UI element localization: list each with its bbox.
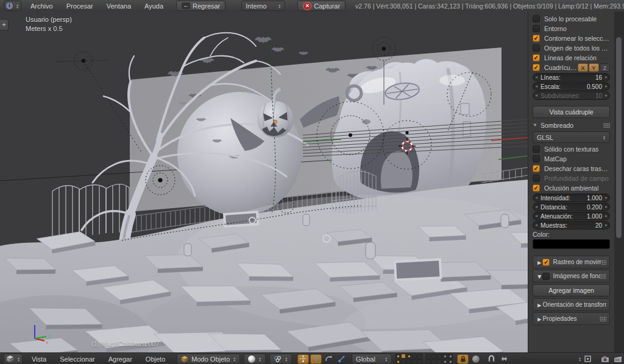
layer-cell-8[interactable] — [406, 359, 411, 364]
slider-left-arrow[interactable]: ◂ — [535, 74, 537, 80]
panel-grip-icon[interactable] — [603, 123, 610, 128]
panel-header-propiedades[interactable]: ►Propiedades — [533, 312, 610, 325]
layer-cell-1[interactable] — [395, 354, 400, 359]
slider-left-arrow[interactable]: ◂ — [535, 83, 537, 89]
axis-row-cuadricula-plano[interactable]: ✓Cuadrícula p...XYZ — [533, 63, 610, 72]
menu-seleccionar[interactable]: Seleccionar — [53, 355, 101, 363]
menu-vista[interactable]: Vista — [25, 355, 53, 363]
checkbox-contornear-lo-seleccionado[interactable]: ✓ — [533, 35, 540, 42]
slider-subdivisiones[interactable]: ◂Subdivisiones:10▸ — [533, 91, 610, 100]
layer-cell-18[interactable] — [437, 359, 442, 364]
render-still-button[interactable] — [599, 354, 611, 364]
panel-grip-icon[interactable] — [600, 274, 606, 279]
checkbox-row-origen-de-todos-los-objetos[interactable]: ✓Origen de todos los objetos — [533, 43, 610, 53]
menu-procesar[interactable]: Procesar — [60, 2, 100, 10]
checkbox-row-entorno[interactable]: ✓Entorno — [533, 24, 610, 33]
checkbox-row-solo-lo-procesable[interactable]: ✓Solo lo procesable — [533, 14, 610, 24]
layer-cell-10[interactable] — [417, 359, 422, 364]
upright-stone[interactable] — [501, 214, 509, 228]
layer-cell-13[interactable] — [437, 354, 442, 359]
menu-ayuda[interactable]: Ayuda — [138, 2, 170, 10]
slider-right-arrow[interactable]: ▸ — [605, 83, 608, 89]
checkbox-row-profundidad-de-campo[interactable]: ✓Profundidad de campo — [533, 173, 610, 183]
panel-scrollbar[interactable] — [614, 12, 624, 352]
slider-atenuacion[interactable]: ◂Atenuación:1.000▸ — [533, 212, 610, 220]
checkbox-row-contornear-lo-seleccionado[interactable]: ✓Contornear lo seleccionado — [533, 33, 610, 43]
layer-cell-15[interactable] — [448, 354, 453, 359]
checkbox-solo-lo-procesable[interactable]: ✓ — [533, 15, 540, 23]
slider-right-arrow[interactable]: ▸ — [605, 74, 608, 80]
menu-agregar[interactable]: Agregar — [102, 355, 139, 363]
slider-right-arrow[interactable]: ▸ — [605, 204, 608, 209]
layers-widget[interactable] — [395, 354, 453, 364]
checkbox-solido-con-texturas[interactable]: ✓ — [533, 145, 540, 153]
collapse-triangle-icon[interactable]: ► — [536, 259, 542, 266]
slider-lineas[interactable]: ◂Líneas:16▸ — [533, 73, 610, 82]
toolshelf-expand-tab[interactable]: + — [0, 19, 9, 30]
panel-header-sombreado[interactable]: ▼Sombreado — [533, 120, 610, 130]
snap-target-button[interactable] — [582, 354, 594, 364]
axis-button-z[interactable]: Z — [600, 63, 610, 72]
collapse-triangle-icon[interactable]: ► — [536, 315, 542, 323]
layer-cell-2[interactable] — [401, 354, 406, 359]
color-swatch[interactable] — [533, 239, 610, 249]
layer-cell-14[interactable] — [442, 354, 447, 359]
slider-left-arrow[interactable]: ◂ — [535, 222, 537, 228]
translate-manipulator-button[interactable] — [310, 354, 322, 364]
open-coffin[interactable] — [224, 212, 258, 226]
rotate-manipulator-button[interactable] — [323, 354, 335, 364]
checkbox-row-oclusion-ambiental[interactable]: ✓Oclusión ambiental — [533, 183, 610, 193]
open-coffin[interactable] — [395, 259, 441, 280]
layer-cell-3[interactable] — [406, 354, 411, 359]
render-animation-button[interactable] — [612, 354, 623, 364]
lock-to-scene-button[interactable] — [457, 354, 469, 364]
panel-grip-icon[interactable] — [600, 317, 606, 321]
layer-cell-17[interactable] — [431, 359, 436, 364]
snap-toggle-button[interactable] — [486, 354, 497, 364]
scrollbar-thumb[interactable] — [616, 37, 622, 238]
collapse-triangle-icon[interactable]: ▼ — [533, 122, 537, 128]
checkbox-origen-de-todos-los-objetos[interactable]: ✓ — [533, 44, 540, 52]
dropdown-glsl[interactable]: GLSL▲▼ — [533, 131, 610, 143]
slider-right-arrow[interactable]: ▸ — [605, 93, 608, 98]
checkbox-imagenes-de-fondo[interactable]: ✓ — [542, 273, 550, 280]
layer-cell-19[interactable] — [442, 359, 447, 364]
slider-left-arrow[interactable]: ◂ — [535, 195, 537, 200]
upright-stone[interactable] — [184, 243, 191, 256]
checkbox-oclusion-ambiental[interactable]: ✓ — [533, 184, 540, 192]
checkbox-lineas-de-relacion[interactable]: ✓ — [533, 54, 540, 61]
layer-cell-7[interactable] — [401, 359, 406, 364]
editor-type-selector[interactable]: ▲▼ — [4, 354, 23, 364]
checkbox-desechar-caras-traseras[interactable]: ✓ — [533, 165, 540, 172]
transform-orientation-dropdown[interactable]: Global ▲▼ — [352, 354, 392, 364]
checkbox-row-lineas-de-relacion[interactable]: ✓Líneas de relación — [533, 53, 610, 63]
upright-stone[interactable] — [303, 214, 310, 226]
axis-button-x[interactable]: X — [578, 63, 588, 72]
layer-cell-12[interactable] — [431, 354, 436, 359]
menu-objeto[interactable]: Objeto — [139, 355, 172, 363]
slider-left-arrow[interactable]: ◂ — [535, 93, 537, 98]
upright-stone[interactable] — [366, 242, 375, 259]
snap-element-button[interactable] — [498, 354, 510, 364]
checkbox-entorno[interactable]: ✓ — [533, 25, 540, 32]
checkbox-row-desechar-caras-traseras[interactable]: ✓Desechar caras traseras — [533, 164, 610, 173]
viewport-shading-dropdown[interactable]: ▲▼ — [244, 354, 266, 364]
layer-cell-20[interactable] — [448, 359, 453, 364]
slider-right-arrow[interactable]: ▸ — [605, 222, 608, 228]
panel-header-orientacion-de-transformaciones[interactable]: ►Orientación de transformaciones — [533, 298, 610, 311]
layer-cell-6[interactable] — [395, 359, 400, 364]
layer-cell-11[interactable] — [426, 354, 431, 359]
panel-grip-icon[interactable] — [601, 260, 606, 265]
slider-distancia[interactable]: ◂Distancia:0.200▸ — [533, 203, 610, 211]
layer-cell-4[interactable] — [412, 354, 417, 359]
capture-button[interactable]: ✕ Capturar — [297, 1, 346, 11]
panel-header-rastreo-de-movimiento[interactable]: ►✓Rastreo de movimiento — [533, 256, 610, 268]
checkbox-row-matcap[interactable]: ✓MatCap — [533, 154, 610, 164]
back-button[interactable]: ← Regresar — [176, 1, 225, 11]
editor-type-selector[interactable]: i ▲▼ — [4, 1, 21, 11]
button-vista-cuadruple[interactable]: Vista cuádruple — [533, 106, 610, 118]
checkbox-row-solido-con-texturas[interactable]: ✓Sólido con texturas — [533, 144, 610, 154]
checkbox-matcap[interactable]: ✓ — [533, 155, 540, 163]
viewport-3d[interactable]: z x y Usuario (persp) Meters x 0.5 (1) M… — [0, 12, 624, 352]
proportional-edit-button[interactable] — [470, 354, 481, 364]
